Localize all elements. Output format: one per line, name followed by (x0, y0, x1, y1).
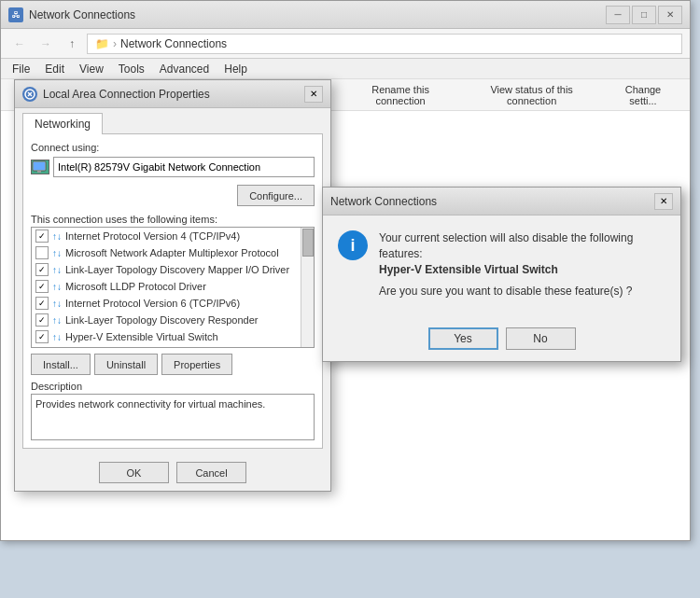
menu-tools[interactable]: Tools (111, 59, 152, 78)
description-label: Description (31, 381, 315, 392)
dialog-content: Connect using: Intel(R) 82579V Gigabit N… (22, 133, 323, 449)
properties-button[interactable]: Properties (161, 354, 232, 375)
list-item[interactable]: ✓↑↓Internet Protocol Version 4 (TCP/IPv4… (32, 228, 314, 244)
forward-button[interactable]: → (35, 33, 57, 55)
dialog-title: Local Area Connection Properties (43, 88, 304, 101)
item-label: Microsoft LLDP Protocol Driver (65, 281, 206, 292)
title-bar: 🖧 Network Connections ─ □ ✕ (1, 1, 690, 29)
dialog-title-bar: Local Area Connection Properties ✕ (15, 80, 330, 108)
adapter-selector: Intel(R) 82579V Gigabit Network Connecti… (31, 157, 315, 177)
tab-bar: Networking (15, 108, 330, 133)
nav-bar: ← → ↑ 📁 › Network Connections (1, 29, 690, 59)
item-icon: ↑↓ (52, 246, 62, 259)
confirm-icon: i (338, 230, 368, 260)
minimize-button[interactable]: ─ (606, 6, 630, 24)
confirm-body: i Your current selection will also disab… (323, 216, 680, 320)
menu-bar: File Edit View Tools Advanced Help (1, 59, 690, 79)
list-item[interactable]: ✓↑↓Internet Protocol Version 6 (TCP/IPv6… (32, 295, 314, 312)
close-button[interactable]: ✕ (658, 6, 682, 24)
breadcrumb-icon: 📁 (95, 37, 109, 50)
adapter-selector-box: Intel(R) 82579V Gigabit Network Connecti… (53, 157, 315, 177)
list-item[interactable]: ↑↓Microsoft Network Adapter Multiplexor … (32, 244, 314, 261)
menu-edit[interactable]: Edit (37, 59, 72, 78)
item-label: Link-Layer Topology Discovery Responder (65, 314, 258, 326)
item-icon: ↑↓ (52, 330, 62, 343)
adapter-selector-icon (31, 160, 49, 174)
menu-help[interactable]: Help (217, 59, 255, 78)
confirm-feature: Hyper-V Extensible Virtual Switch (379, 263, 558, 276)
list-item[interactable]: ✓↑↓Microsoft LLDP Protocol Driver (32, 278, 314, 295)
item-icon: ↑↓ (52, 297, 62, 310)
breadcrumb-path: Network Connections (120, 37, 227, 50)
maximize-button[interactable]: □ (632, 6, 656, 24)
description-box: Provides network connectivity for virtua… (31, 394, 315, 440)
item-label: Internet Protocol Version 6 (TCP/IPv6) (65, 298, 240, 309)
svg-rect-8 (34, 162, 45, 170)
confirm-question: Are you sure you want to disable these f… (379, 285, 665, 298)
item-label: Microsoft Network Adapter Multiplexor Pr… (65, 247, 279, 258)
item-icon: ↑↓ (52, 229, 62, 243)
change-settings-button[interactable]: Change setti... (604, 82, 682, 108)
connect-using-label: Connect using: (31, 142, 315, 153)
confirm-message: Your current selection will also disable… (379, 230, 665, 277)
dialog-footer: OK Cancel (15, 456, 330, 491)
window-icon: 🖧 (8, 7, 23, 22)
configure-button[interactable]: Configure... (237, 185, 315, 206)
item-icon: ↑↓ (52, 263, 62, 276)
confirm-footer: Yes No (323, 320, 680, 361)
list-item[interactable]: ✓↑↓Link-Layer Topology Discovery Respond… (32, 312, 314, 328)
item-checkbox[interactable]: ✓ (35, 280, 49, 293)
view-status-button[interactable]: View status of this connection (461, 82, 602, 108)
properties-dialog: Local Area Connection Properties ✕ Netwo… (14, 79, 331, 492)
install-button[interactable]: Install... (31, 354, 91, 375)
item-checkbox[interactable]: ✓ (35, 297, 49, 310)
title-bar-buttons: ─ □ ✕ (606, 6, 682, 24)
item-checkbox[interactable]: ✓ (35, 330, 49, 343)
dialog-icon (22, 87, 37, 102)
tab-networking[interactable]: Networking (22, 113, 103, 134)
confirm-close-button[interactable]: ✕ (654, 193, 673, 210)
item-label: Link-Layer Topology Discovery Mapper I/O… (65, 264, 289, 275)
confirm-title: Network Connections (330, 195, 654, 208)
item-label: Internet Protocol Version 4 (TCP/IPv4) (65, 230, 240, 242)
list-item[interactable]: ✓↑↓Link-Layer Topology Discovery Mapper … (32, 261, 314, 278)
yes-button[interactable]: Yes (428, 327, 498, 350)
cancel-button[interactable]: Cancel (176, 462, 246, 483)
confirm-title-bar: Network Connections ✕ (323, 188, 680, 216)
no-button[interactable]: No (506, 327, 576, 350)
list-item[interactable]: ✓↑↓Hyper-V Extensible Virtual Switch (32, 328, 314, 345)
item-checkbox[interactable]: ✓ (35, 313, 49, 327)
menu-advanced[interactable]: Advanced (152, 59, 217, 78)
item-icon: ↑↓ (52, 280, 62, 293)
up-button[interactable]: ↑ (61, 33, 83, 55)
dialog-close-button[interactable]: ✕ (304, 86, 323, 103)
item-label: Hyper-V Extensible Virtual Switch (65, 331, 218, 342)
rename-button[interactable]: Rename this connection (342, 82, 460, 108)
item-checkbox[interactable] (35, 246, 49, 259)
menu-file[interactable]: File (5, 59, 37, 78)
ok-button[interactable]: OK (99, 462, 169, 483)
window-title: Network Connections (29, 8, 606, 21)
menu-view[interactable]: View (72, 59, 111, 78)
confirm-text: Your current selection will also disable… (379, 230, 665, 305)
confirm-dialog: Network Connections ✕ i Your current sel… (322, 187, 681, 362)
item-checkbox[interactable]: ✓ (35, 263, 49, 276)
bottom-buttons: Install... Uninstall Properties (31, 354, 315, 375)
uninstall-button[interactable]: Uninstall (94, 354, 158, 375)
item-checkbox[interactable]: ✓ (35, 229, 49, 243)
items-label: This connection uses the following items… (31, 214, 315, 225)
breadcrumb: 📁 › Network Connections (87, 34, 682, 54)
svg-rect-9 (37, 171, 41, 173)
back-button[interactable]: ← (8, 33, 31, 55)
item-icon: ↑↓ (52, 313, 62, 327)
scrollbar[interactable] (301, 228, 314, 347)
items-list: ✓↑↓Internet Protocol Version 4 (TCP/IPv4… (31, 227, 315, 348)
